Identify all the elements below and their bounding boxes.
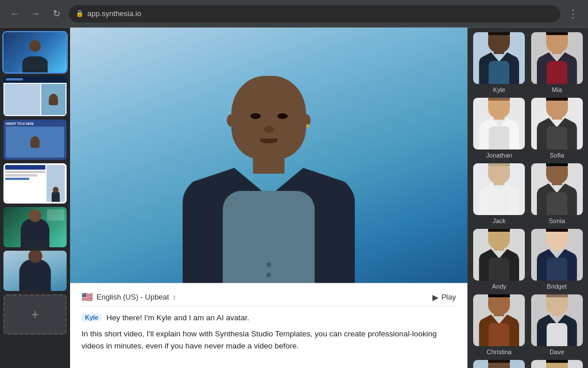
avatar-card-christina[interactable] bbox=[473, 294, 525, 346]
back-button[interactable]: ← bbox=[7, 6, 23, 22]
avatar-item-extra2[interactable]: Extra2 bbox=[531, 360, 584, 368]
browser-chrome: ← → ↻ 🔒 app.synthesia.io ⋮ bbox=[0, 0, 588, 28]
refresh-button[interactable]: ↻ bbox=[48, 6, 64, 22]
avatars-grid: KyleMiaJonathanSofiaJackSoniaAndyBridget… bbox=[473, 32, 583, 368]
avatar-item-extra1[interactable]: Extra1 bbox=[473, 360, 526, 368]
language-label: English (US) - Upbeat bbox=[96, 293, 169, 301]
avatar-card-extra1[interactable] bbox=[473, 360, 525, 368]
avatar-name-bridget: Bridget bbox=[547, 283, 567, 290]
lock-icon: 🔒 bbox=[76, 10, 84, 17]
play-icon: ▶ bbox=[432, 293, 439, 302]
avatar-item-christina[interactable]: Christina bbox=[473, 294, 526, 355]
avatar-card-sonia[interactable] bbox=[531, 163, 583, 215]
browser-menu-button[interactable]: ⋮ bbox=[565, 6, 581, 22]
slide-thumb-2[interactable] bbox=[3, 76, 67, 116]
chevron-icon: ↕ bbox=[172, 293, 176, 301]
slide-thumb-6[interactable] bbox=[3, 251, 67, 291]
avatar-card-dave[interactable] bbox=[531, 294, 583, 346]
app-body: INSERT TITLE HERE bbox=[0, 28, 588, 368]
script-lang-bar: 🇺🇸 English (US) - Upbeat ↕ ▶ Play bbox=[82, 292, 456, 306]
slide-thumb-1[interactable] bbox=[3, 32, 67, 72]
avatar-item-sonia[interactable]: Sonia bbox=[531, 163, 584, 224]
slide-thumb-4[interactable] bbox=[3, 163, 67, 204]
avatar-item-sofia[interactable]: Sofia bbox=[531, 98, 584, 159]
avatar-name-jack: Jack bbox=[493, 217, 506, 224]
avatar-name-christina: Christina bbox=[487, 348, 512, 355]
avatar-item-jonathan[interactable]: Jonathan bbox=[473, 98, 526, 159]
script-text-1[interactable]: Hey there! I'm Kyle and I am an AI avata… bbox=[106, 312, 249, 324]
flag-icon: 🇺🇸 bbox=[82, 292, 93, 302]
add-slide-button[interactable]: + bbox=[3, 294, 67, 335]
forward-button[interactable]: → bbox=[28, 6, 44, 22]
avatar-card-sofia[interactable] bbox=[531, 98, 583, 150]
video-preview bbox=[70, 28, 467, 283]
avatar-card-jack[interactable] bbox=[473, 163, 525, 215]
slides-sidebar: INSERT TITLE HERE bbox=[0, 28, 70, 368]
avatar-tag: Kyle bbox=[82, 313, 102, 321]
avatar-card-kyle[interactable] bbox=[473, 32, 525, 84]
play-label: Play bbox=[442, 293, 456, 301]
avatar-name-jonathan: Jonathan bbox=[486, 152, 512, 159]
avatar-card-jonathan[interactable] bbox=[473, 98, 525, 150]
slide-thumb-3[interactable]: INSERT TITLE HERE bbox=[3, 120, 67, 160]
center-content: 🇺🇸 English (US) - Upbeat ↕ ▶ Play Kyle H… bbox=[70, 28, 467, 368]
avatar-card-andy[interactable] bbox=[473, 229, 525, 281]
language-selector[interactable]: 🇺🇸 English (US) - Upbeat ↕ bbox=[82, 292, 176, 302]
avatar-name-dave: Dave bbox=[550, 348, 564, 355]
avatar-name-mia: Mia bbox=[552, 86, 562, 93]
avatar-name-sofia: Sofia bbox=[550, 152, 564, 159]
slide-thumb-5[interactable] bbox=[3, 207, 67, 247]
avatar-name-kyle: Kyle bbox=[493, 86, 505, 93]
avatars-panel: KyleMiaJonathanSofiaJackSoniaAndyBridget… bbox=[467, 28, 588, 368]
script-line-2: In this short video, I'll explain how wi… bbox=[82, 328, 456, 352]
avatar-name-andy: Andy bbox=[492, 283, 506, 290]
avatar-item-kyle[interactable]: Kyle bbox=[473, 32, 526, 93]
avatar-item-dave[interactable]: Dave bbox=[531, 294, 584, 355]
url-text: app.synthesia.io bbox=[87, 9, 141, 18]
add-icon: + bbox=[31, 306, 39, 323]
avatar-card-bridget[interactable] bbox=[531, 229, 583, 281]
address-bar[interactable]: 🔒 app.synthesia.io bbox=[69, 5, 560, 22]
script-editor: 🇺🇸 English (US) - Upbeat ↕ ▶ Play Kyle H… bbox=[70, 283, 467, 368]
avatar-card-extra2[interactable] bbox=[531, 360, 583, 368]
avatar-item-mia[interactable]: Mia bbox=[531, 32, 584, 93]
script-line-1: Kyle Hey there! I'm Kyle and I am an AI … bbox=[82, 312, 456, 324]
script-text-2[interactable]: In this short video, I'll explain how wi… bbox=[82, 328, 456, 352]
avatar-name-sonia: Sonia bbox=[549, 217, 565, 224]
avatar-item-bridget[interactable]: Bridget bbox=[531, 229, 584, 290]
avatar-item-andy[interactable]: Andy bbox=[473, 229, 526, 290]
play-button[interactable]: ▶ Play bbox=[432, 293, 456, 302]
avatar-item-jack[interactable]: Jack bbox=[473, 163, 526, 224]
avatar-card-mia[interactable] bbox=[531, 32, 583, 84]
